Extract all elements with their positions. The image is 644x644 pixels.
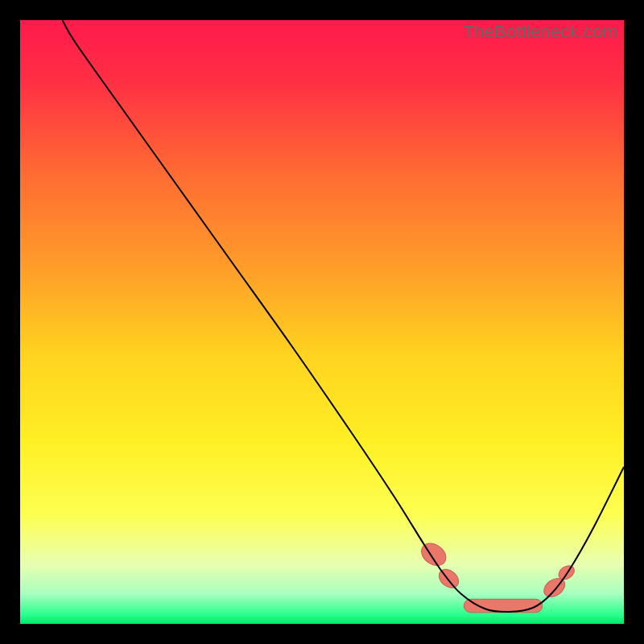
gradient-background	[20, 20, 624, 624]
watermark-text: TheBottleneck.com	[463, 22, 617, 43]
chart-svg	[20, 20, 624, 624]
svg-rect-4	[464, 599, 543, 613]
chart-frame: TheBottleneck.com	[20, 20, 624, 624]
